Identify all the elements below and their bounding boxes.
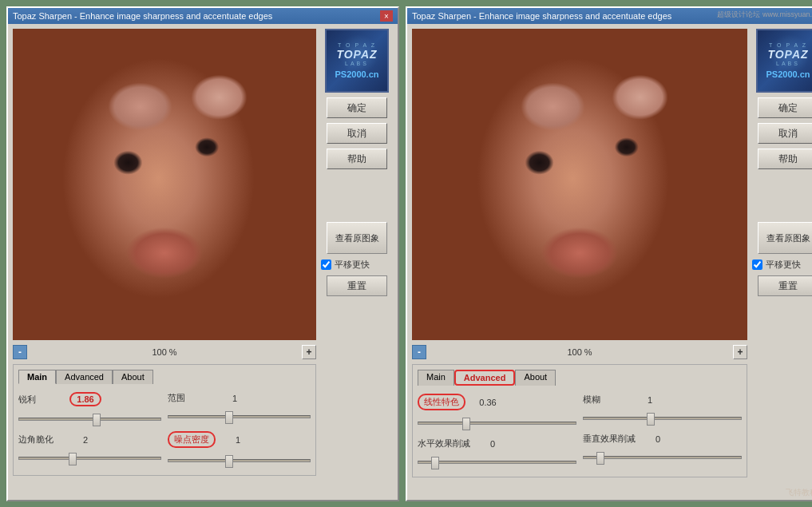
zoom-bar-right: - 100 % + — [412, 343, 747, 361]
pan-fast-row-right: 平移更快 — [752, 259, 801, 271]
vertical-track — [583, 456, 742, 459]
linear-label-highlighted: 线性特色 — [418, 394, 465, 410]
left-plugin-window: Topaz Sharpen - Enhance image sharpness … — [6, 6, 399, 501]
corner-thumb[interactable] — [69, 453, 77, 465]
pan-fast-checkbox-right[interactable] — [752, 259, 762, 270]
confirm-button-right[interactable]: 确定 — [758, 97, 812, 118]
cancel-button-right[interactable]: 取消 — [758, 123, 812, 144]
zoom-plus-left[interactable]: + — [302, 345, 316, 359]
range-track — [168, 415, 311, 418]
col-right-1: 线性特色 0.36 水平效果削减 0 — [418, 394, 576, 469]
logo-bg-circle-right — [770, 34, 810, 74]
close-button-left[interactable]: × — [380, 10, 393, 22]
tabs-left: Main Advanced About — [18, 370, 311, 384]
vertical-thumb[interactable] — [596, 452, 604, 465]
tab-advanced-right[interactable]: Advanced — [454, 370, 516, 386]
noise-thumb[interactable] — [225, 455, 233, 468]
noise-slider[interactable] — [168, 454, 311, 467]
sharpen-thumb[interactable] — [93, 414, 101, 426]
vertical-slider[interactable] — [583, 451, 742, 464]
cancel-button-left[interactable]: 取消 — [327, 123, 387, 144]
help-button-left[interactable]: 帮助 — [327, 149, 387, 169]
watermark-top-right: 超级设计论坛 www.missyuan.com — [717, 10, 812, 20]
image-preview-left — [13, 29, 316, 340]
pan-fast-label-right: 平移更快 — [766, 259, 801, 271]
zoom-bar-left: - 100 % + — [13, 343, 316, 361]
zoom-minus-left[interactable]: - — [13, 345, 27, 359]
linear-thumb[interactable] — [462, 418, 470, 430]
tab-main-left[interactable]: Main — [18, 370, 56, 384]
blur-value: 1 — [634, 395, 666, 405]
noise-value: 1 — [222, 435, 254, 445]
tab-content-advanced-right: 线性特色 0.36 水平效果削减 0 — [418, 390, 742, 472]
face-image-left — [13, 29, 316, 340]
slider-row-sharpen: 锐利 1.86 — [18, 392, 161, 406]
slider-row-linear: 线性特色 0.36 — [418, 394, 576, 410]
vertical-value: 0 — [642, 434, 674, 444]
sliders-right: 线性特色 0.36 水平效果削减 0 — [418, 394, 742, 469]
horizontal-thumb[interactable] — [431, 457, 439, 469]
preview-area-left: - 100 % + Main Advanced About 锐利 — [13, 29, 316, 495]
tabs-panel-left: Main Advanced About 锐利 1.86 — [13, 364, 316, 476]
help-button-right[interactable]: 帮助 — [758, 149, 812, 169]
tab-main-right[interactable]: Main — [418, 370, 454, 386]
watermark-bottom-right: 飞特教程网 — [786, 487, 812, 498]
reset-button-left[interactable]: 重置 — [327, 275, 387, 296]
pan-fast-checkbox-left[interactable] — [321, 259, 331, 270]
horizontal-value: 0 — [477, 439, 509, 449]
sharpen-track — [18, 418, 161, 421]
right-panel-left: T O P A Z TOPAZ LABS PS2000.cn 确定 取消 帮助 … — [321, 29, 393, 495]
slider-row-blur: 模糊 1 — [583, 394, 742, 406]
zoom-minus-right[interactable]: - — [412, 345, 426, 359]
image-preview-right — [412, 29, 747, 340]
col-right-2: 模糊 1 垂直效果削减 0 — [583, 394, 742, 469]
corner-track — [18, 457, 161, 460]
zoom-plus-right[interactable]: + — [733, 345, 747, 359]
sharpen-slider[interactable] — [18, 413, 161, 426]
right-plugin-window: Topaz Sharpen - Enhance image sharpness … — [406, 6, 812, 501]
linear-track — [418, 422, 576, 425]
horizontal-label: 水平效果削减 — [418, 438, 473, 450]
sliders-left: 锐利 1.86 边角脆化 2 — [18, 392, 311, 467]
linear-value: 0.36 — [472, 398, 504, 407]
reset-button-right[interactable]: 重置 — [758, 275, 812, 296]
linear-slider[interactable] — [418, 417, 576, 430]
slider-row-range: 范围 1 — [168, 392, 311, 404]
noise-label-highlighted: 噪点密度 — [168, 431, 216, 448]
tab-about-right[interactable]: About — [515, 370, 556, 386]
view-original-button-right[interactable]: 查看原图象 — [758, 222, 812, 254]
range-slider[interactable] — [168, 410, 311, 423]
corner-value: 2 — [69, 435, 101, 445]
pan-fast-label-left: 平移更快 — [335, 259, 370, 271]
slider-row-noise: 噪点密度 1 — [168, 431, 311, 448]
corner-label: 边角脆化 — [18, 434, 66, 446]
tab-advanced-left[interactable]: Advanced — [56, 370, 113, 384]
noise-track — [168, 459, 311, 462]
face-image-right — [412, 29, 747, 340]
logo-left: T O P A Z TOPAZ LABS PS2000.cn — [325, 29, 389, 93]
confirm-button-left[interactable]: 确定 — [327, 97, 387, 118]
title-bar-left: Topaz Sharpen - Enhance image sharpness … — [8, 8, 398, 24]
range-thumb[interactable] — [225, 411, 233, 424]
blur-thumb[interactable] — [647, 413, 655, 426]
zoom-level-right: 100 % — [431, 347, 728, 357]
corner-slider[interactable] — [18, 452, 161, 465]
blur-label: 模糊 — [583, 394, 631, 406]
blur-track — [583, 417, 742, 420]
slider-row-corner: 边角脆化 2 — [18, 434, 161, 446]
logo-bg-circle-left — [339, 34, 378, 74]
right-panel-right: T O P A Z TOPAZ LABS PS2000.cn 确定 取消 帮助 … — [752, 29, 812, 495]
horizontal-slider[interactable] — [418, 456, 576, 469]
pan-fast-row-left: 平移更快 — [321, 259, 370, 271]
zoom-level-left: 100 % — [32, 347, 297, 357]
window-body-left: - 100 % + Main Advanced About 锐利 — [8, 24, 398, 500]
view-original-button-left[interactable]: 查看原图象 — [327, 222, 387, 254]
tabs-right: Main Advanced About — [418, 370, 742, 386]
title-text-left: Topaz Sharpen - Enhance image sharpness … — [13, 11, 272, 21]
tab-about-left[interactable]: About — [113, 370, 153, 384]
slider-row-horizontal: 水平效果削减 0 — [418, 438, 576, 450]
col-left-2: 范围 1 噪点密度 1 — [168, 392, 311, 467]
tab-content-main-left: 锐利 1.86 边角脆化 2 — [18, 389, 311, 470]
blur-slider[interactable] — [583, 412, 742, 425]
vertical-label: 垂直效果削减 — [583, 433, 639, 445]
